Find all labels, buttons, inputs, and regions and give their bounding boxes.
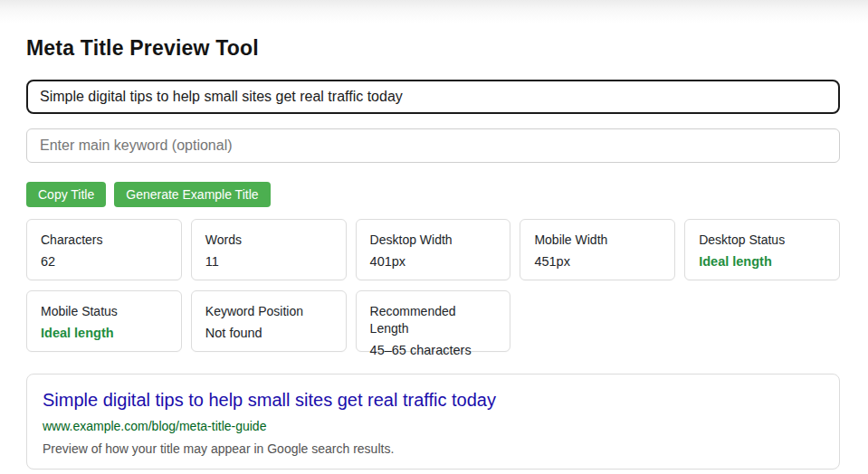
stat-card-mobile-width: Mobile Width 451px — [520, 219, 675, 280]
stat-value: 11 — [205, 253, 332, 270]
generate-example-title-button[interactable]: Generate Example Title — [114, 182, 270, 207]
stat-card-words: Words 11 — [191, 219, 347, 280]
stats-grid: Characters 62 Words 11 Desktop Width 401… — [26, 219, 840, 352]
copy-title-button[interactable]: Copy Title — [26, 182, 106, 207]
stat-value-status: Ideal length — [699, 253, 825, 270]
stat-label: Mobile Status — [41, 303, 167, 320]
stat-label: Mobile Width — [534, 232, 661, 249]
meta-title-preview-page: Meta Title Preview Tool Copy Title Gener… — [0, 0, 868, 469]
stat-card-keyword-position: Keyword Position Not found — [191, 290, 347, 352]
keyword-input[interactable] — [26, 128, 840, 163]
stat-card-characters: Characters 62 — [26, 219, 182, 280]
stat-label: Desktop Width — [370, 232, 497, 249]
stat-value: 62 — [41, 253, 167, 270]
stat-card-desktop-status: Desktop Status Ideal length — [684, 219, 840, 280]
stat-card-mobile-status: Mobile Status Ideal length — [26, 290, 182, 352]
stat-label: Keyword Position — [205, 303, 332, 320]
stat-label: Desktop Status — [699, 232, 825, 249]
stat-value: 401px — [370, 253, 497, 270]
serp-preview-url: www.example.com/blog/meta-title-guide — [43, 418, 824, 434]
serp-preview-card: Simple digital tips to help small sites … — [26, 374, 840, 469]
button-row: Copy Title Generate Example Title — [26, 182, 840, 207]
stat-value-status: Ideal length — [41, 325, 167, 342]
meta-title-input[interactable] — [26, 80, 840, 114]
serp-preview-description: Preview of how your title may appear in … — [43, 441, 824, 457]
stat-card-recommended-length: Recommended Length 45–65 characters — [356, 290, 511, 352]
stat-value: Not found — [205, 325, 332, 342]
serp-preview-title: Simple digital tips to help small sites … — [43, 388, 824, 412]
stat-label: Recommended Length — [370, 303, 497, 337]
stat-label: Words — [205, 232, 332, 249]
stat-value: 451px — [534, 253, 661, 270]
page-title: Meta Title Preview Tool — [26, 36, 840, 61]
stat-label: Characters — [41, 232, 167, 249]
stat-value: 45–65 characters — [370, 342, 497, 359]
stat-card-desktop-width: Desktop Width 401px — [356, 219, 511, 280]
